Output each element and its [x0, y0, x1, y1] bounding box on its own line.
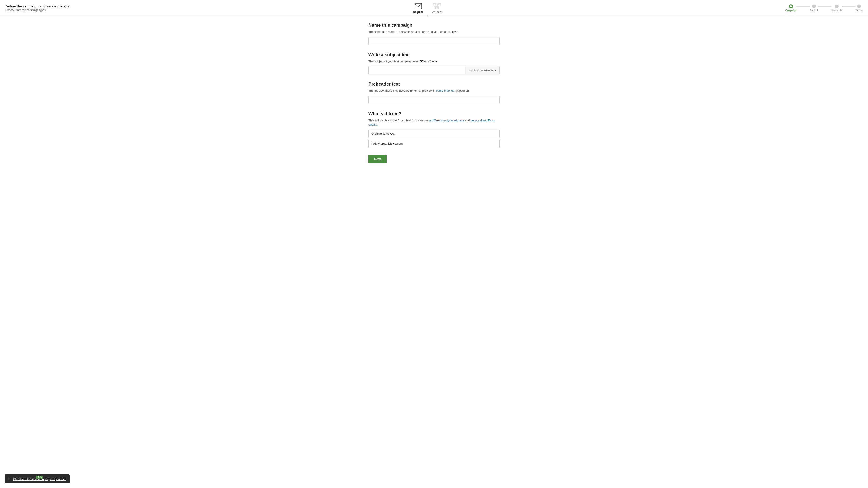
- from-name-input[interactable]: [368, 130, 500, 138]
- page-subtitle: Choose from two campaign types: [5, 8, 69, 12]
- close-banner-button[interactable]: ✕: [8, 477, 11, 481]
- page-header: Define the campaign and sender details C…: [0, 0, 868, 16]
- personalization-chevron-icon: ▾: [495, 69, 496, 72]
- step-connector-2: [818, 6, 831, 7]
- from-email-input[interactable]: [368, 140, 500, 148]
- ab-icon: [433, 3, 441, 9]
- subject-desc-prefix: The subject of your last campaign was:: [368, 60, 420, 63]
- preheader-section: Preheader text The preview that’s displa…: [368, 82, 500, 104]
- step-deliver-circle: [857, 4, 861, 8]
- step-content-label: Content: [810, 9, 818, 11]
- step-deliver-label: Deliver: [856, 9, 863, 11]
- preheader-desc-prefix: The preview that’s displayed as an email…: [368, 89, 436, 92]
- step-content-circle: [812, 4, 816, 8]
- next-button[interactable]: Next: [368, 155, 386, 163]
- header-divider: [0, 16, 868, 17]
- from-desc: This will display in the From field. You…: [368, 118, 500, 127]
- beta-badge: Beta: [36, 476, 43, 479]
- preheader-desc-suffix: . (Optional): [454, 89, 469, 92]
- subject-input-row: Insert personalization ▾: [368, 66, 500, 74]
- header-chevron-icon: ▼: [426, 14, 429, 18]
- from-section: Who is it from? This will display in the…: [368, 111, 500, 148]
- step-recipients-label: Recipients: [831, 9, 842, 11]
- step-recipients: Recipients: [831, 4, 842, 11]
- campaign-type-selector: Regular: [413, 3, 442, 13]
- subject-last-value: 50% off sale: [420, 60, 437, 63]
- campaign-types: Regular: [413, 3, 442, 13]
- from-desc-middle: and: [464, 119, 471, 122]
- step-campaign: Campaign: [785, 4, 796, 12]
- campaign-name-section: Name this campaign The campaign name is …: [368, 23, 500, 45]
- step-campaign-circle: [789, 4, 793, 8]
- preheader-input[interactable]: [368, 96, 500, 104]
- personalization-btn-label: Insert personalization: [468, 69, 494, 72]
- subject-line-title: Write a subject line: [368, 52, 500, 57]
- svg-rect-1: [433, 3, 436, 6]
- regular-label: Regular: [413, 10, 423, 13]
- subject-line-input[interactable]: [368, 66, 465, 74]
- step-content: Content: [810, 4, 818, 11]
- progress-steps: Campaign Content Recipients Deliver: [785, 4, 863, 12]
- step-connector-3: [842, 6, 856, 7]
- regular-icon: [414, 3, 422, 9]
- step-recipients-circle: [835, 4, 839, 8]
- header-left: Define the campaign and sender details C…: [5, 4, 69, 12]
- preheader-desc: The preview that’s displayed as an email…: [368, 89, 500, 93]
- from-desc-suffix: .: [377, 123, 378, 126]
- svg-rect-2: [438, 3, 441, 6]
- campaign-name-input[interactable]: [368, 37, 500, 45]
- reply-to-link[interactable]: a different reply-to address: [429, 119, 464, 122]
- from-name-field: [368, 130, 500, 138]
- some-inboxes-link[interactable]: some inboxes: [436, 89, 454, 92]
- step-connector-1: [796, 6, 810, 7]
- page-title: Define the campaign and sender details: [5, 4, 69, 8]
- beta-banner-text-container: Beta Check out the new campaign experien…: [13, 477, 66, 481]
- subject-line-section: Write a subject line The subject of your…: [368, 52, 500, 74]
- svg-rect-3: [435, 6, 438, 9]
- main-content: Name this campaign The campaign name is …: [364, 0, 504, 181]
- campaign-name-desc: The campaign name is shown in your repor…: [368, 30, 500, 34]
- subject-line-desc: The subject of your last campaign was: 5…: [368, 59, 500, 64]
- campaign-name-title: Name this campaign: [368, 23, 500, 28]
- beta-banner: ✕ Beta Check out the new campaign experi…: [4, 475, 70, 484]
- campaign-type-regular[interactable]: Regular: [413, 3, 423, 13]
- ab-label: A/B test: [432, 10, 442, 13]
- preheader-title: Preheader text: [368, 82, 500, 87]
- step-campaign-label: Campaign: [785, 9, 796, 12]
- insert-personalization-button[interactable]: Insert personalization ▾: [465, 66, 500, 74]
- from-desc-prefix: This will display in the From field. You…: [368, 119, 429, 122]
- from-email-field: [368, 140, 500, 148]
- step-deliver: Deliver: [856, 4, 863, 11]
- close-banner-icon: ✕: [8, 477, 11, 481]
- svg-rect-0: [415, 3, 422, 9]
- from-title: Who is it from?: [368, 111, 500, 116]
- campaign-type-ab[interactable]: A/B test: [432, 3, 442, 13]
